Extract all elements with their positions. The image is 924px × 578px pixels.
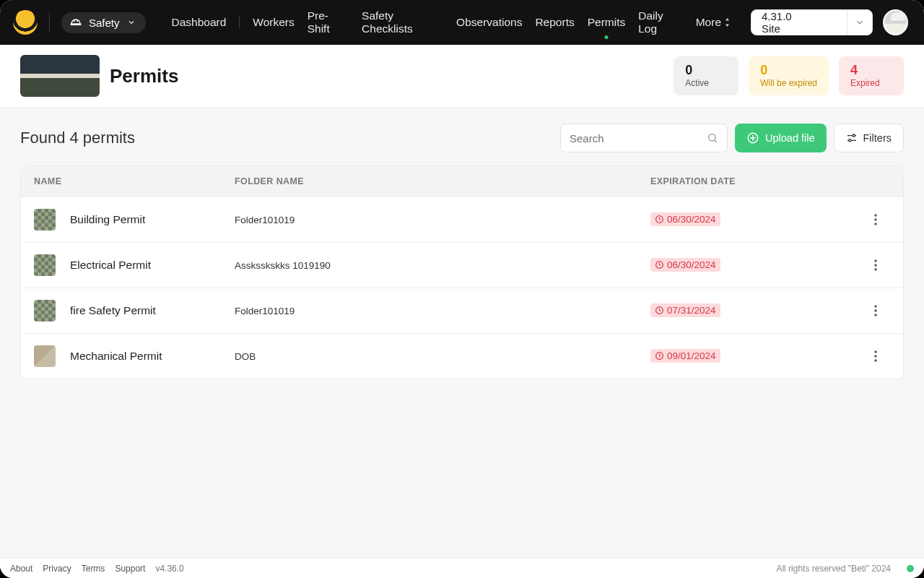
user-avatar[interactable] xyxy=(883,9,909,35)
upload-button[interactable]: Upload file xyxy=(735,124,827,152)
svg-point-18 xyxy=(874,355,876,357)
permit-thumbnail xyxy=(34,345,56,367)
row-menu-button[interactable] xyxy=(861,214,890,225)
row-menu-button[interactable] xyxy=(861,259,890,271)
filters-button[interactable]: Filters xyxy=(834,124,904,152)
content-area: Found 4 permits Upload file Filters NAME… xyxy=(0,108,924,558)
status-dot-icon xyxy=(907,565,914,572)
nav-permits[interactable]: Permits xyxy=(588,16,626,29)
svg-point-14 xyxy=(874,309,876,311)
chevron-down-icon xyxy=(847,10,865,35)
svg-point-13 xyxy=(874,305,876,307)
svg-point-19 xyxy=(874,359,876,361)
search-icon xyxy=(707,131,718,144)
nav-links: Dashboard Workers Pre-Shift Safety Check… xyxy=(172,9,731,35)
svg-point-10 xyxy=(874,264,876,266)
table-row[interactable]: fire Safety Permit Folder101019 07/31/20… xyxy=(21,288,903,333)
nav-preshift[interactable]: Pre-Shift xyxy=(308,9,349,35)
brand-logo[interactable] xyxy=(13,10,38,35)
site-thumbnail xyxy=(20,55,100,97)
permit-name: Mechanical Permit xyxy=(70,350,235,363)
table-row[interactable]: Electrical Permit Assksskskks 1019190 06… xyxy=(21,242,903,288)
stat-active[interactable]: 0 Active xyxy=(674,56,738,95)
permit-expiration: 07/31/2024 xyxy=(650,303,861,318)
page-title: Permits xyxy=(110,65,178,87)
stat-will-expire-count: 0 xyxy=(760,64,817,77)
module-label: Safety xyxy=(89,17,120,29)
top-nav: Safety Dashboard Workers Pre-Shift Safet… xyxy=(0,0,924,45)
nav-workers[interactable]: Workers xyxy=(253,16,294,29)
list-toolbar: Found 4 permits Upload file Filters xyxy=(20,124,904,152)
stat-will-expire[interactable]: 0 Will be expired xyxy=(749,56,829,95)
footer-terms[interactable]: Terms xyxy=(82,564,105,574)
site-value: 4.31.0 Site xyxy=(762,10,812,35)
more-vertical-icon xyxy=(874,350,877,362)
plus-circle-icon xyxy=(746,131,759,144)
col-expiration[interactable]: EXPIRATION DATE xyxy=(650,176,861,186)
row-menu-button[interactable] xyxy=(861,350,890,362)
stat-active-count: 0 xyxy=(685,64,727,77)
nav-dailylog[interactable]: Daily Log xyxy=(638,9,682,35)
svg-point-17 xyxy=(874,350,876,353)
permit-folder: Folder101019 xyxy=(235,306,650,316)
nav-observations[interactable]: Observations xyxy=(456,16,522,29)
clock-icon xyxy=(655,351,664,361)
search-input[interactable] xyxy=(570,132,707,144)
more-vertical-icon xyxy=(874,214,877,225)
module-switcher[interactable]: Safety xyxy=(61,12,146,33)
stat-active-label: Active xyxy=(685,78,727,88)
table-row[interactable]: Mechanical Permit DOB 09/01/2024 xyxy=(21,333,903,379)
col-name[interactable]: NAME xyxy=(34,176,235,186)
svg-point-7 xyxy=(874,223,876,225)
nav-divider xyxy=(49,13,50,32)
nav-sep xyxy=(239,17,240,28)
chevron-down-icon xyxy=(127,18,136,27)
stat-expired-count: 4 xyxy=(850,64,892,77)
footer-about[interactable]: About xyxy=(10,564,32,574)
permit-thumbnail xyxy=(34,300,56,322)
results-count: Found 4 permits xyxy=(20,129,135,147)
col-folder[interactable]: FOLDER NAME xyxy=(235,176,650,186)
footer-privacy[interactable]: Privacy xyxy=(43,564,71,574)
nav-dashboard[interactable]: Dashboard xyxy=(172,16,227,29)
hardhat-icon xyxy=(70,17,82,28)
svg-point-3 xyxy=(848,139,850,142)
row-menu-button[interactable] xyxy=(861,305,890,316)
sliders-icon xyxy=(846,132,858,144)
svg-point-9 xyxy=(874,259,876,262)
nav-more[interactable]: More xyxy=(696,16,731,29)
nav-more-label: More xyxy=(696,16,721,29)
svg-point-6 xyxy=(874,218,876,220)
svg-point-15 xyxy=(874,314,876,316)
permit-folder: DOB xyxy=(235,351,650,362)
nav-reports[interactable]: Reports xyxy=(535,16,574,29)
more-vertical-icon xyxy=(874,305,877,316)
table-row[interactable]: Building Permit Folder101019 06/30/2024 xyxy=(21,197,903,242)
site-selector[interactable]: 4.31.0 Site xyxy=(751,9,873,35)
permit-expiration: 06/30/2024 xyxy=(650,258,861,272)
exp-date: 09/01/2024 xyxy=(667,350,716,361)
permit-name: Building Permit xyxy=(70,213,235,226)
clock-icon xyxy=(655,260,664,269)
expired-badge: 06/30/2024 xyxy=(650,212,720,226)
expired-badge: 07/31/2024 xyxy=(650,303,720,317)
permit-expiration: 09/01/2024 xyxy=(650,349,861,363)
footer-support[interactable]: Support xyxy=(115,564,145,574)
filters-label: Filters xyxy=(863,132,892,144)
permit-expiration: 06/30/2024 xyxy=(650,212,861,227)
footer: About Privacy Terms Support v4.36.0 All … xyxy=(0,558,924,578)
clock-icon xyxy=(655,215,664,224)
svg-point-11 xyxy=(874,268,876,270)
exp-date: 07/31/2024 xyxy=(667,305,716,316)
more-vertical-icon xyxy=(874,259,877,271)
upload-label: Upload file xyxy=(765,132,815,144)
search-box[interactable] xyxy=(560,124,728,152)
exp-date: 06/30/2024 xyxy=(667,259,716,270)
permit-name: Electrical Permit xyxy=(70,259,235,272)
page-header: Permits 0 Active 0 Will be expired 4 Exp… xyxy=(0,45,924,108)
permit-folder: Assksskskks 1019190 xyxy=(235,260,650,271)
svg-point-2 xyxy=(853,134,855,137)
stat-expired[interactable]: 4 Expired xyxy=(839,56,904,95)
nav-checklists[interactable]: Safety Checklists xyxy=(362,9,443,35)
permit-name: fire Safety Permit xyxy=(70,304,235,317)
